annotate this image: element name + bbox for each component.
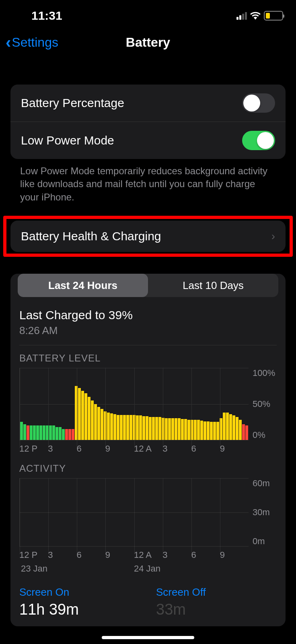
wifi-icon [250, 12, 261, 20]
row-label: Battery Health & Charging [21, 229, 161, 243]
status-icons [236, 11, 283, 21]
row-battery-health[interactable]: Battery Health & Charging › [10, 221, 286, 252]
activity-x-axis: 12 P36912 A369 [19, 550, 249, 562]
battery-icon [264, 11, 283, 21]
battery-level-x-axis: 12 P36912 A369 [19, 444, 249, 456]
cellular-icon [236, 12, 247, 20]
stat-label: Screen On [19, 586, 140, 599]
back-label: Settings [12, 35, 58, 50]
activity-section: ACTIVITY 12 P36912 A369 23 Jan24 Jan 60m… [10, 456, 286, 574]
settings-group-1: Battery Percentage Low Power Mode [10, 85, 286, 159]
stat-value: 11h 39m [19, 601, 140, 618]
home-indicator[interactable] [102, 636, 194, 639]
row-low-power-mode[interactable]: Low Power Mode [10, 122, 286, 159]
chevron-left-icon: ‹ [6, 34, 11, 50]
screen-stats: Screen On 11h 39m Screen Off 33m [10, 574, 286, 618]
toggle-battery-percentage[interactable] [242, 93, 275, 113]
stat-screen-off: Screen Off 33m [156, 586, 277, 618]
status-time: 11:31 [31, 9, 62, 23]
chevron-right-icon: › [271, 230, 275, 243]
activity-chart[interactable] [19, 478, 249, 547]
last-charged: Last Charged to 39% 8:26 AM [10, 304, 286, 337]
toggle-low-power-mode[interactable] [242, 131, 275, 150]
nav-header: ‹ Settings Battery [0, 28, 296, 56]
back-button[interactable]: ‹ Settings [6, 34, 58, 50]
page-title: Battery [126, 35, 170, 50]
last-charged-title: Last Charged to 39% [19, 308, 277, 322]
battery-level-chart[interactable] [19, 368, 249, 440]
highlight-battery-health: Battery Health & Charging › [3, 216, 293, 257]
settings-group-2: Battery Health & Charging › [10, 221, 286, 252]
status-bar: 11:31 [0, 0, 296, 24]
battery-level-label: BATTERY LEVEL [19, 353, 277, 364]
stat-label: Screen Off [156, 586, 277, 599]
battery-level-section: BATTERY LEVEL 12 P36912 A369 100% 50% 0% [10, 345, 286, 456]
battery-level-y-axis: 100% 50% 0% [249, 368, 277, 440]
tab-last-10-days[interactable]: Last 10 Days [148, 274, 278, 297]
segmented-control: Last 24 Hours Last 10 Days [18, 274, 278, 297]
row-label: Battery Percentage [21, 96, 124, 110]
tab-last-24-hours[interactable]: Last 24 Hours [18, 274, 148, 297]
activity-y-axis: 60m 30m 0m [249, 478, 277, 547]
row-battery-percentage[interactable]: Battery Percentage [10, 85, 286, 122]
row-label: Low Power Mode [21, 134, 114, 147]
battery-usage-card: Last 24 Hours Last 10 Days Last Charged … [10, 274, 286, 626]
activity-dates: 23 Jan24 Jan [19, 564, 249, 574]
last-charged-time: 8:26 AM [19, 324, 277, 337]
stat-screen-on: Screen On 11h 39m [19, 586, 140, 618]
activity-label: ACTIVITY [19, 463, 277, 474]
low-power-footer: Low Power Mode temporarily reduces backg… [20, 165, 276, 204]
stat-value: 33m [156, 601, 277, 618]
